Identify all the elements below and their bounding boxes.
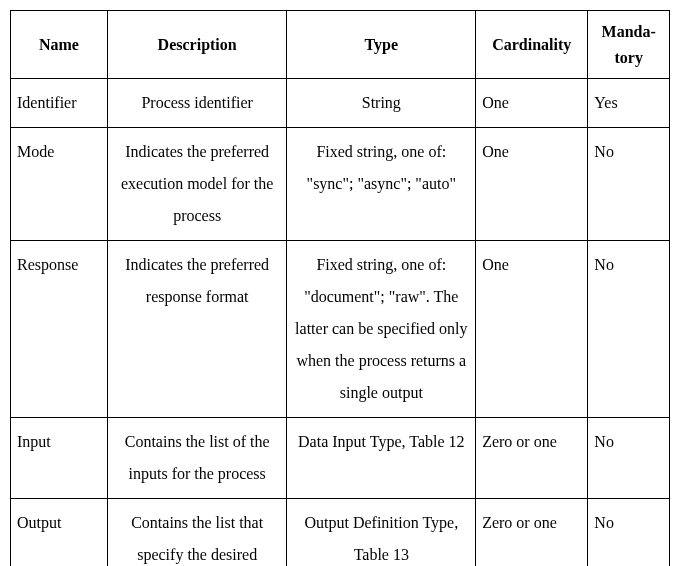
header-cardinality: Cardinality [476, 11, 588, 79]
cell-type: Fixed string, one of: "document"; "raw".… [287, 241, 476, 418]
cell-name: Identifier [11, 79, 108, 128]
cell-type: Fixed string, one of: "sync"; "async"; "… [287, 128, 476, 241]
cell-type: Data Input Type, Table 12 [287, 418, 476, 499]
cell-description: Contains the list that specify the desir… [107, 499, 287, 566]
table-body: Identifier Process identifier String One… [11, 79, 670, 566]
cell-cardinality: One [476, 79, 588, 128]
table-row: Input Contains the list of the inputs fo… [11, 418, 670, 499]
cell-mandatory: Yes [588, 79, 670, 128]
cell-name: Output [11, 499, 108, 566]
cell-description: Indicates the preferred response format [107, 241, 287, 418]
table-header: Name Description Type Cardinality Manda-… [11, 11, 670, 79]
header-name: Name [11, 11, 108, 79]
cell-cardinality: Zero or one [476, 499, 588, 566]
table-row: Identifier Process identifier String One… [11, 79, 670, 128]
table-row: Response Indicates the preferred respons… [11, 241, 670, 418]
cell-cardinality: Zero or one [476, 418, 588, 499]
table-row: Mode Indicates the preferred execution m… [11, 128, 670, 241]
cell-mandatory: No [588, 128, 670, 241]
cell-type: Output Definition Type, Table 13 [287, 499, 476, 566]
header-description: Description [107, 11, 287, 79]
cell-name: Response [11, 241, 108, 418]
cell-mandatory: No [588, 499, 670, 566]
cell-description: Indicates the preferred execution model … [107, 128, 287, 241]
cell-type: String [287, 79, 476, 128]
parameters-table: Name Description Type Cardinality Manda-… [10, 10, 670, 566]
cell-cardinality: One [476, 128, 588, 241]
table-row: Output Contains the list that specify th… [11, 499, 670, 566]
cell-cardinality: One [476, 241, 588, 418]
header-type: Type [287, 11, 476, 79]
cell-name: Input [11, 418, 108, 499]
cell-description: Process identifier [107, 79, 287, 128]
cell-name: Mode [11, 128, 108, 241]
header-mandatory: Manda- tory [588, 11, 670, 79]
cell-mandatory: No [588, 418, 670, 499]
cell-description: Contains the list of the inputs for the … [107, 418, 287, 499]
cell-mandatory: No [588, 241, 670, 418]
